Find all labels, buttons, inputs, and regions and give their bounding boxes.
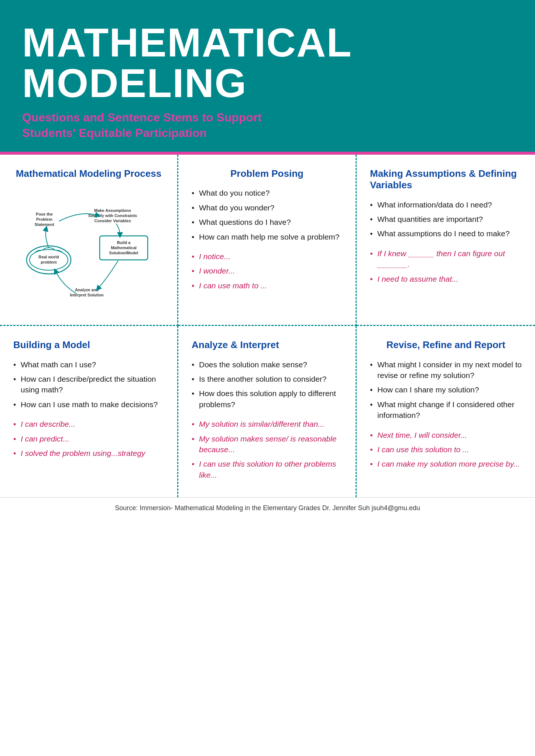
- list-item: I can describe...: [13, 419, 164, 429]
- svg-text:Problem: Problem: [36, 217, 52, 221]
- analyze-interpret-questions: Does the solution make sense? Is there a…: [192, 359, 342, 410]
- svg-text:Interpret Solution: Interpret Solution: [70, 293, 104, 297]
- list-item: What quantities are important?: [370, 214, 522, 224]
- list-item: How can math help me solve a problem?: [192, 231, 342, 242]
- main-grid: Mathematical Modeling Process Real world…: [0, 155, 535, 497]
- list-item: I can predict...: [13, 433, 164, 444]
- list-item: I can use this solution to other problem…: [192, 458, 342, 480]
- revise-refine-title: Revise, Refine and Report: [370, 339, 522, 351]
- making-assumptions-title: Making Assumptions & Defining Variables: [370, 168, 522, 191]
- list-item: What questions do I have?: [192, 217, 342, 227]
- problem-posing-stems: I notice... I wonder... I can use math t…: [192, 251, 342, 291]
- building-model-title: Building a Model: [13, 339, 164, 351]
- making-assumptions-cell: Making Assumptions & Defining Variables …: [357, 155, 535, 326]
- svg-text:Solution/Model: Solution/Model: [109, 251, 138, 255]
- svg-text:Mathematical: Mathematical: [111, 245, 137, 250]
- list-item: What might I consider in my next model t…: [370, 359, 522, 381]
- list-item: How can I describe/predict the situation…: [13, 374, 164, 395]
- list-item: I can use math to ...: [192, 280, 342, 291]
- svg-text:Simplify with Constraints: Simplify with Constraints: [88, 213, 137, 218]
- list-item: What do you wonder?: [192, 202, 342, 213]
- svg-text:Make Assumptions: Make Assumptions: [94, 208, 131, 213]
- footer: Source: Immersion- Mathematical Modeling…: [0, 497, 535, 519]
- list-item: Is there another solution to consider?: [192, 374, 342, 384]
- list-item: Next time, I will consider...: [370, 430, 522, 440]
- problem-posing-questions: What do you notice? What do you wonder? …: [192, 188, 342, 242]
- revise-refine-questions: What might I consider in my next model t…: [370, 359, 522, 421]
- list-item: How can I share my solution?: [370, 384, 522, 395]
- svg-text:Real world: Real world: [38, 255, 59, 259]
- list-item: I solved the problem using...strategy: [13, 448, 164, 458]
- svg-text:problem: problem: [41, 260, 57, 264]
- list-item: How does this solution apply to differen…: [192, 388, 342, 410]
- header: MATHEMATICAL MODELING Questions and Sent…: [0, 0, 535, 152]
- svg-text:Pose the: Pose the: [36, 212, 53, 216]
- svg-text:Consider Variables: Consider Variables: [94, 219, 131, 223]
- list-item: My solution makes sense/ is reasonable b…: [192, 433, 342, 455]
- making-assumptions-questions: What information/data do I need? What qu…: [370, 199, 522, 239]
- list-item: I wonder...: [192, 265, 342, 276]
- revise-refine-cell: Revise, Refine and Report What might I c…: [357, 326, 535, 497]
- building-model-cell: Building a Model What math can I use? Ho…: [0, 326, 178, 497]
- problem-posing-title: Problem Posing: [192, 168, 342, 179]
- page-title: MATHEMATICAL MODELING: [22, 22, 513, 103]
- analyze-interpret-title: Analyze & Interpret: [192, 339, 342, 351]
- list-item: What might change if I considered other …: [370, 399, 522, 421]
- header-subtitle: Questions and Sentence Stems to Support …: [22, 110, 513, 141]
- list-item: I need to assume that...: [370, 274, 522, 284]
- list-item: My solution is similar/different than...: [192, 419, 342, 429]
- diagram-svg: Real world problem Pose the Problem Stat…: [7, 186, 170, 312]
- list-item: What assumptions do I need to make?: [370, 228, 522, 239]
- list-item: I can make my solution more precise by..…: [370, 458, 522, 469]
- svg-text:Statement: Statement: [34, 222, 54, 227]
- list-item: I can use this solution to ...: [370, 444, 522, 455]
- problem-posing-cell: Problem Posing What do you notice? What …: [178, 155, 357, 326]
- analyze-interpret-stems: My solution is similar/different than...…: [192, 419, 342, 480]
- svg-text:Analyze and: Analyze and: [75, 288, 99, 292]
- list-item: If I knew ______ then I can figure out _…: [370, 248, 522, 270]
- list-item: I notice...: [192, 251, 342, 262]
- svg-text:Build a: Build a: [117, 240, 131, 245]
- building-model-stems: I can describe... I can predict... I sol…: [13, 419, 164, 458]
- building-model-questions: What math can I use? How can I describe/…: [13, 359, 164, 410]
- diagram-title: Mathematical Modeling Process: [16, 168, 161, 179]
- revise-refine-stems: Next time, I will consider... I can use …: [370, 430, 522, 470]
- divider: [0, 152, 535, 155]
- list-item: How can I use math to make decisions?: [13, 399, 164, 410]
- analyze-interpret-cell: Analyze & Interpret Does the solution ma…: [178, 326, 357, 497]
- footer-text: Source: Immersion- Mathematical Modeling…: [115, 504, 420, 512]
- list-item: What information/data do I need?: [370, 199, 522, 210]
- list-item: Does the solution make sense?: [192, 359, 342, 370]
- list-item: What math can I use?: [13, 359, 164, 370]
- diagram-cell: Mathematical Modeling Process Real world…: [0, 155, 178, 326]
- making-assumptions-stems: If I knew ______ then I can figure out _…: [370, 248, 522, 284]
- list-item: What do you notice?: [192, 188, 342, 198]
